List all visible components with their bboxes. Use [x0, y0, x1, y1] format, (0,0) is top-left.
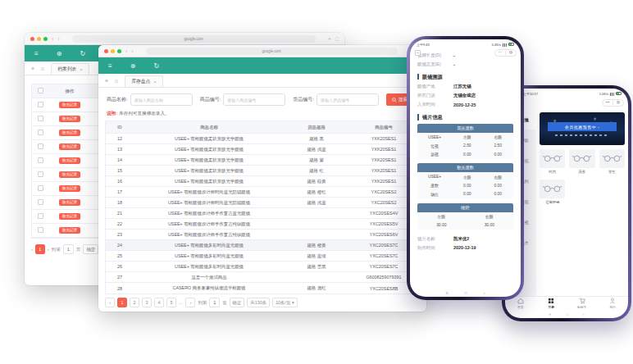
row-checkbox[interactable]	[38, 171, 43, 177]
row-checkbox[interactable]	[38, 185, 43, 191]
page-1[interactable]: 1	[35, 244, 45, 254]
product-code-input[interactable]	[223, 93, 285, 106]
refresh-icon[interactable]: ↻	[80, 50, 85, 57]
row-checkbox[interactable]	[38, 143, 43, 149]
product-card[interactable]: 学生	[599, 149, 625, 175]
collapse-tabs-icon[interactable]: «	[31, 66, 34, 71]
promo-banner[interactable]: 会员优惠预售中 -	[540, 112, 625, 145]
next-page-icon[interactable]: ›	[185, 298, 195, 307]
url-bar[interactable]: google.com	[146, 48, 398, 55]
tab-cart[interactable]: 购物车	[567, 297, 598, 310]
optometry-record-button[interactable]: 验光记录	[59, 102, 80, 109]
inventory-pagination: ‹ 12345 … › 到第 页 确定 共130条 10条/页 ▾	[105, 298, 420, 307]
item-code-input[interactable]	[316, 93, 379, 106]
optometry-record-button[interactable]: 验光记录	[59, 130, 80, 137]
home-tab-icon[interactable]: ⌂	[115, 78, 118, 84]
jump-page-input[interactable]	[209, 298, 220, 307]
tab-inventory-check[interactable]: 库存盘点 ×	[125, 75, 163, 87]
product-label: 近视眼镜	[540, 198, 565, 206]
close-tab-icon[interactable]: ×	[80, 67, 83, 72]
collapse-tabs-icon[interactable]: «	[105, 78, 108, 84]
page-number[interactable]: 1	[117, 298, 127, 307]
row-checkbox[interactable]	[38, 157, 43, 163]
home-nav-icon[interactable]: ○	[566, 312, 568, 316]
tab-archive-list[interactable]: 档案列表 ×	[51, 63, 89, 75]
url-bar[interactable]: google.com	[72, 35, 316, 43]
optometry-record-button[interactable]: 验光记录	[59, 143, 80, 151]
page-number[interactable]: 5	[166, 298, 176, 307]
globe-icon[interactable]: ⊕	[130, 62, 136, 70]
close-tab-icon[interactable]: ×	[153, 80, 157, 84]
refresh-icon[interactable]: ↻	[153, 62, 159, 70]
row-checkbox[interactable]	[38, 227, 43, 233]
table-row: 24 USEE+ 有框眼镜多彩时尚蓝光眼镜 规格 橙黄 YXC20SES7C	[106, 240, 419, 251]
prev-page-icon[interactable]: ‹	[31, 247, 33, 252]
menu-icon[interactable]: ≡	[34, 50, 39, 57]
exit-icon[interactable]: ◎	[613, 101, 623, 105]
product-card[interactable]: 近视眼镜	[540, 180, 565, 206]
confirm-jump-button[interactable]: 确定	[230, 298, 245, 307]
minimize-window-button[interactable]	[111, 49, 115, 53]
menu-icon[interactable]: ≡	[108, 62, 112, 70]
cell-product-name: 这是一个测试商品	[134, 275, 285, 280]
browser-forward-icon[interactable]: ›	[131, 48, 133, 54]
page-number[interactable]: 3	[142, 298, 152, 307]
more-icon[interactable]: ⋯	[603, 101, 613, 105]
expand-icon[interactable]	[415, 50, 421, 56]
recents-icon[interactable]: ≡	[549, 312, 552, 316]
optometry-record-button[interactable]: 验光记录	[59, 227, 80, 234]
close-window-button[interactable]	[104, 49, 108, 53]
optometry-record-button[interactable]: 验光记录	[59, 157, 80, 165]
product-card[interactable]: 商务	[569, 149, 594, 175]
confirm-jump-button[interactable]: 确定	[83, 244, 98, 254]
row-checkbox[interactable]	[38, 199, 43, 205]
prev-page-icon[interactable]: ‹	[105, 298, 115, 307]
optometry-record-button[interactable]: 验光记录	[59, 213, 80, 221]
browser-chrome: ‹ › google.com + □	[98, 45, 426, 57]
select-all-checkbox[interactable]	[38, 88, 43, 93]
status-time: 上午9:43	[417, 43, 430, 47]
product-name-input[interactable]	[130, 93, 193, 106]
tab-catalog[interactable]: 目录	[536, 297, 567, 310]
lens-detail-body: 镜脚长度(D) - 眼镜总宽(E) - 眼镜溯源 眼镜产地	[410, 48, 521, 253]
globe-icon[interactable]: ⊕	[57, 50, 62, 57]
jump-page-input[interactable]	[63, 244, 74, 254]
per-page-select[interactable]: 10条/页 ▾	[272, 298, 298, 307]
product-card[interactable]: 时尚	[540, 149, 565, 175]
catalog-main: 会员优惠预售中 - 时尚	[536, 109, 628, 296]
page-number[interactable]: 4	[154, 298, 164, 307]
fullscreen-window-button[interactable]	[43, 37, 48, 41]
table-row: 28 CASERO 商务奢豪纯钛潮流半框眼镜 规格 酒红 YXC20SES8B	[106, 283, 419, 293]
grid-icon	[548, 298, 554, 304]
new-tab-icon[interactable]: +	[328, 36, 331, 42]
row-checkbox[interactable]	[38, 102, 43, 107]
row-checkbox[interactable]	[38, 213, 43, 219]
home-nav-icon[interactable]: □	[465, 290, 467, 295]
table-row: 远视0.000.00	[417, 150, 513, 159]
table-row: 30.0030.00	[417, 221, 513, 230]
optometry-record-button[interactable]: 验光记录	[59, 171, 80, 179]
home-tab-icon[interactable]: ⌂	[41, 66, 44, 71]
more-icon[interactable]: ⋯	[495, 51, 505, 55]
user-icon	[609, 298, 616, 304]
browser-back-icon[interactable]: ‹	[52, 36, 53, 42]
fullscreen-window-button[interactable]	[117, 49, 121, 53]
table-row: 12 USEE+ 有框眼镜柔软亲肤光学眼镜 规格 黑 YXK20SES1	[106, 134, 419, 144]
row-checkbox[interactable]	[38, 116, 43, 121]
recents-icon[interactable]: ≡	[446, 290, 449, 295]
back-nav-icon[interactable]: ‹	[583, 312, 585, 316]
tab-profile[interactable]: 我的	[598, 297, 629, 310]
close-window-button[interactable]	[30, 37, 34, 41]
optometry-record-button[interactable]: 验光记录	[59, 185, 80, 193]
next-page-icon[interactable]: ›	[48, 247, 49, 252]
browser-back-icon[interactable]: ‹	[125, 48, 127, 54]
back-nav-icon[interactable]: ‹	[484, 290, 485, 295]
optometry-record-button[interactable]: 验光记录	[59, 116, 80, 123]
optometry-record-button[interactable]: 验光记录	[59, 199, 80, 207]
page-number[interactable]: 2	[130, 298, 139, 307]
row-checkbox[interactable]	[38, 130, 43, 135]
exit-icon[interactable]: ◎	[506, 51, 516, 55]
minimize-window-button[interactable]	[37, 37, 41, 41]
browser-forward-icon[interactable]: ›	[57, 36, 59, 42]
tab-overview-icon[interactable]: □	[335, 36, 339, 42]
